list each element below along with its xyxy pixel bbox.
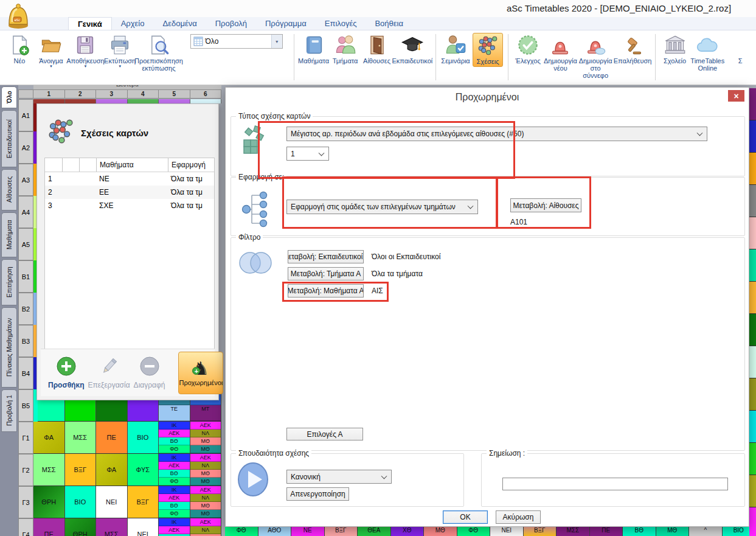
lesson-cell-ΙΚ[interactable]: ΙΚ [159, 518, 190, 526]
column-header[interactable] [62, 158, 79, 172]
toolbar-generate-cloud-button[interactable]: Δημιουργία στο σύννεφο [578, 33, 613, 80]
lesson-cell-ΦΥΣ[interactable]: ΦΥΣ [128, 454, 159, 486]
lesson-cell-ΜΘ[interactable]: ΜΘ [190, 502, 221, 510]
menu-item-Προβολή[interactable]: Προβολή [206, 17, 256, 30]
row-label-A3[interactable]: A3 [18, 164, 33, 196]
lesson-cell-ΦΘ[interactable]: ΦΘ [457, 527, 491, 536]
row-label-B3[interactable]: B3 [18, 325, 33, 357]
lesson-cell-ΑΕΚ[interactable]: ΑΕΚ [190, 486, 221, 494]
menu-item-Επιλογές[interactable]: Επιλογές [316, 17, 366, 30]
row-label-Γ1[interactable]: Γ1 [18, 422, 33, 454]
toolbar-classes-button[interactable]: Τμήματα [331, 33, 360, 66]
view-filter-combo[interactable]: Όλο▼ [190, 34, 283, 49]
apply-to-dropdown[interactable]: Εφαρμογή στις ομάδες των επιλεγμένων τμη… [286, 200, 478, 214]
row-label-B5[interactable]: B5 [18, 389, 33, 422]
lesson-cell-ΘΕΑ[interactable]: ΘΕΑ [358, 527, 391, 536]
row-label-Γ2[interactable]: Γ2 [18, 454, 33, 486]
lesson-cell-ΦΘ[interactable]: ΦΘ [159, 510, 190, 518]
lesson-cell-ΝΛ[interactable]: ΝΛ [190, 526, 221, 534]
toolbar-check-button[interactable]: Έλεγχος [513, 33, 543, 66]
row-label-A1[interactable]: A1 [18, 99, 33, 131]
lesson-cell-ΜΘ[interactable]: ΜΘ [190, 478, 221, 486]
row-label-Γ4[interactable]: Γ4 [18, 518, 33, 536]
lesson-cell-ΧΘ[interactable]: ΧΘ [391, 527, 425, 536]
column-header[interactable] [45, 158, 62, 172]
disable-button[interactable]: Απενεργοποίηση [286, 487, 349, 501]
edit-relation-button[interactable]: Επεξεργασία [88, 356, 130, 389]
lesson-cell-ΒΙΟ[interactable]: ΒΙΟ [65, 486, 97, 518]
lesson-cell-ΑΘΟ[interactable]: ΑΘΟ [258, 527, 292, 536]
lesson-cell-ΜΣΣ[interactable]: ΜΣΣ [557, 527, 590, 536]
sidebar-tab-Αίθουσες[interactable]: Αίθουσες [1, 169, 17, 211]
row-label-B1[interactable]: B1 [18, 260, 33, 293]
toolbar-relations-button[interactable]: Σχέσεις [473, 33, 503, 67]
cancel-button[interactable]: Ακύρωση [496, 510, 541, 524]
lesson-cell-stack[interactable]: ΙΚΑΕΚΒΘΦΘ [159, 422, 190, 453]
toolbar-classrooms-button[interactable]: Αίθουσες [362, 33, 392, 66]
lesson-cell-ΒΞΓ[interactable]: ΒΞΓ [524, 527, 557, 536]
delete-relation-button[interactable]: Διαγραφή [134, 356, 165, 389]
lesson-cell-ΝΕ[interactable]: ΝΕ [291, 527, 325, 536]
toolbar-subjects-button[interactable]: Μαθήματα [299, 33, 328, 66]
lesson-cell-ΤΕ[interactable]: ΤΕ [159, 405, 190, 421]
lesson-cell-ΙΚ[interactable]: ΙΚ [159, 486, 190, 494]
lesson-cell-ΦΘ[interactable]: ΦΘ [159, 478, 190, 486]
lesson-cell-ΝΛ[interactable]: ΝΛ [190, 462, 221, 470]
add-relation-button[interactable]: Προσθήκη [48, 356, 84, 389]
row-label-Γ3[interactable]: Γ3 [18, 486, 33, 518]
dialog-close-button[interactable]: × [728, 90, 744, 102]
lesson-cell-ΜΣΣ[interactable]: ΜΣΣ [33, 454, 65, 486]
row-label-B2[interactable]: B2 [18, 293, 33, 325]
toolbar-print-preview-button[interactable]: Προεπισκόπηση εκτύπωσης [137, 33, 180, 73]
toolbar-clipped-item-button[interactable]: Σ [726, 33, 755, 66]
lesson-cell-ΑΕΚ[interactable]: ΑΕΚ [159, 462, 190, 470]
lesson-cell-stack[interactable]: ΙΚΑΕΚΒΘΦΘ [159, 518, 190, 536]
lesson-cell-ΒΘ[interactable]: ΒΘ [159, 502, 190, 510]
menu-item-Πρόγραμμα[interactable]: Πρόγραμμα [256, 17, 316, 30]
options-a-button[interactable]: Επιλογές Α [286, 428, 363, 440]
lesson-cell-ΝΕΙ[interactable]: ΝΕΙ [490, 527, 524, 536]
change-subjects-button[interactable]: Μεταβολή: Μαθήματα Α [288, 284, 364, 298]
lesson-cell-stack[interactable]: ΙΚΑΕΚΒΘΦΘ [159, 486, 190, 518]
lesson-cell-ΜΤ[interactable]: ΜΤ [190, 405, 221, 421]
lesson-cell-ΘΡΗ[interactable]: ΘΡΗ [33, 486, 65, 518]
lesson-cell-ΒΙΟ[interactable]: ΒΙΟ [128, 422, 159, 453]
lesson-cell-ΜΣΣ[interactable]: ΜΣΣ [96, 518, 128, 536]
toolbar-seminars-button[interactable]: Σεμινάρια [441, 33, 470, 66]
toolbar-verify-button[interactable]: Επαλήθευση [615, 33, 650, 66]
menu-item-Γενικά[interactable]: Γενικά [68, 17, 112, 30]
sidebar-tab-Προβολή 1[interactable]: Προβολή 1 [1, 389, 17, 432]
toolbar-new-button[interactable]: Νέο [5, 33, 34, 66]
lesson-cell-ΑΕΚ[interactable]: ΑΕΚ [190, 454, 221, 462]
app-bell-icon[interactable]: aSc [5, 1, 32, 29]
lesson-cell-ΝΛ[interactable]: ΝΛ [190, 430, 221, 437]
lesson-cell-ΜΘ[interactable]: ΜΘ [190, 445, 221, 453]
sidebar-tab-Μαθήματα[interactable]: Μαθήματα [1, 212, 17, 257]
lesson-cell-ΙΚ[interactable]: ΙΚ [159, 422, 190, 430]
periods-count-dropdown[interactable]: 1 [286, 147, 329, 161]
sidebar-tab-Πίνακας Μαθημάτων[interactable]: Πίνακας Μαθημάτων [1, 307, 17, 388]
lesson-cell-ΑΕΚ[interactable]: ΑΕΚ [159, 494, 190, 502]
lesson-cell-ΜΘ[interactable]: ΜΘ [656, 527, 690, 536]
importance-dropdown[interactable]: Κανονική [286, 470, 392, 484]
toolbar-teachers-button[interactable]: Εκπαιδευτικοί [394, 33, 431, 66]
toolbar-open-button[interactable]: Άνοιγμα▼ [36, 33, 66, 70]
lesson-cell-ΦΘ[interactable]: ΦΘ [225, 527, 258, 536]
change-rooms-button[interactable]: Μεταβολή: Αίθουσες [510, 198, 581, 212]
lesson-cell-ΜΘ[interactable]: ΜΘ [190, 510, 221, 518]
row-label-A4[interactable]: A4 [18, 196, 33, 228]
lesson-cell-ΒΞΓ[interactable]: ΒΞΓ [65, 454, 97, 486]
relation-row-3[interactable]: 3ΣΧΕΌλα τα τμ [45, 199, 214, 212]
lesson-cell-ΑΕΚ[interactable]: ΑΕΚ [190, 518, 221, 526]
lesson-cell-stack[interactable]: ΙΚΑΕΚΒΘΦΘ [159, 454, 190, 486]
row-label-A5[interactable]: A5 [18, 228, 33, 260]
lesson-cell-ΝΛ[interactable]: ΝΛ [190, 494, 221, 502]
lesson-cell-^[interactable]: ^ [689, 527, 723, 536]
lesson-cell-ΠΕ[interactable]: ΠΕ [33, 518, 65, 536]
lesson-cell-ΑΕΚ[interactable]: ΑΕΚ [190, 422, 221, 430]
sidebar-tab-Όλο[interactable]: Όλο [1, 86, 17, 108]
lesson-cell-stack[interactable]: ΑΕΚΝΛΜΘΜΘ [190, 518, 222, 536]
toolbar-print-button[interactable]: Εκτύπωση▼ [105, 33, 134, 70]
lesson-cell-ΜΘ[interactable]: ΜΘ [190, 470, 221, 478]
relation-row-2[interactable]: 2ΕΕΌλα τα τμ [45, 186, 214, 199]
